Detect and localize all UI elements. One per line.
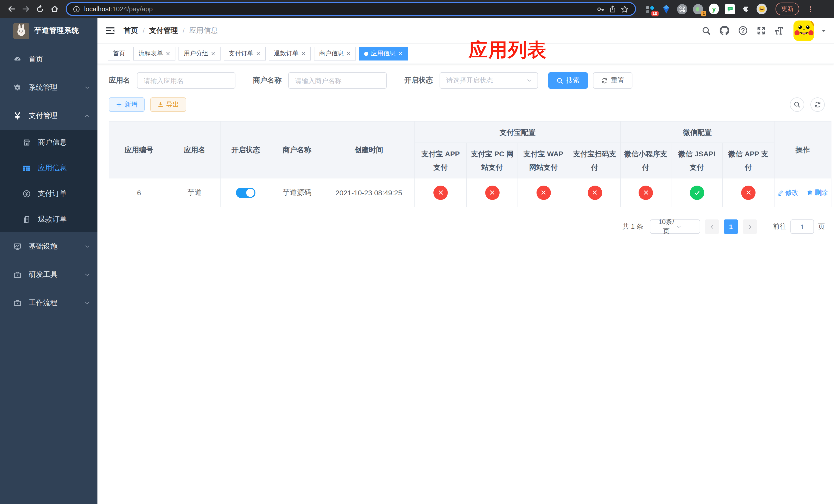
page-size-select[interactable]: 10条/页 <box>650 220 700 234</box>
export-button-label: 导出 <box>166 100 179 109</box>
status-select[interactable]: 请选择开启状态 <box>440 72 538 89</box>
arrow-right-icon <box>21 5 30 13</box>
sidebar-item-payment[interactable]: 支付管理 <box>0 101 97 130</box>
cell-merchant: 芋道源码 <box>271 178 323 207</box>
browser-menu-icon[interactable] <box>807 5 814 13</box>
chevron-down-icon <box>84 272 90 278</box>
help-icon[interactable] <box>738 26 748 36</box>
sidebar-item-merchant-info[interactable]: 商户信息 <box>0 130 97 155</box>
refresh-icon <box>814 101 821 108</box>
sidebar-item-refund-orders[interactable]: 退款订单 <box>0 207 97 232</box>
close-icon[interactable] <box>346 51 351 56</box>
app-table: 应用编号 应用名 开启状态 商户名称 创建时间 支付宝配置 微信配置 操作 支付… <box>109 121 831 207</box>
site-info-icon[interactable] <box>73 5 80 13</box>
tab-merchant-info[interactable]: 商户信息 <box>314 47 356 61</box>
extension-chat-icon[interactable] <box>725 4 735 14</box>
fullscreen-icon[interactable] <box>756 26 766 35</box>
home-icon <box>50 5 59 13</box>
status-select-placeholder: 请选择开启状态 <box>446 76 526 85</box>
edit-button-label: 修改 <box>785 188 798 197</box>
github-icon[interactable] <box>720 26 729 36</box>
extension-gem-icon[interactable] <box>661 4 672 14</box>
trash-icon <box>807 189 813 196</box>
close-icon[interactable] <box>301 51 306 56</box>
close-icon[interactable] <box>398 51 403 56</box>
user-avatar[interactable] <box>793 20 814 41</box>
tab-refund-orders[interactable]: 退款订单 <box>269 47 311 61</box>
reset-button[interactable]: 重置 <box>593 72 632 89</box>
merchant-name-input[interactable] <box>288 72 387 89</box>
sidebar-item-dev-tools[interactable]: 研发工具 <box>0 260 97 289</box>
tab-app-info[interactable]: 应用信息 <box>359 47 408 61</box>
search-icon[interactable] <box>702 26 711 35</box>
tab-user-group[interactable]: 用户分组 <box>178 47 221 61</box>
close-icon[interactable] <box>211 51 215 56</box>
dashboard-icon <box>13 55 22 63</box>
browser-forward-button[interactable] <box>20 3 32 15</box>
sidebar-item-pay-orders[interactable]: 支付订单 <box>0 181 97 207</box>
sidebar-item-label: 工作流程 <box>29 298 77 307</box>
close-icon[interactable] <box>166 51 170 56</box>
tab-process-form[interactable]: 流程表单 <box>133 47 175 61</box>
page-content: 应用名 商户名称 开启状态 请选择开启状态 搜索 <box>97 64 834 504</box>
refresh-table-button[interactable] <box>810 97 825 112</box>
sidebar-item-infrastructure[interactable]: 基础设施 <box>0 232 97 260</box>
col-header-alipay-app: 支付宝 APP 支付 <box>415 143 466 178</box>
sidebar-item-system[interactable]: 系统管理 <box>0 73 97 101</box>
app-name-input[interactable] <box>137 72 236 89</box>
browser-back-button[interactable] <box>5 3 18 15</box>
chevron-down-icon <box>84 84 90 91</box>
extensions-puzzle-icon[interactable] <box>741 4 751 14</box>
prev-page-button[interactable] <box>705 220 719 234</box>
share-icon[interactable] <box>609 5 616 13</box>
extension-command-icon[interactable] <box>677 4 687 14</box>
close-icon[interactable] <box>256 51 261 56</box>
extension-recorder-icon[interactable]: 1 <box>693 4 703 14</box>
sidebar-item-workflow[interactable]: 工作流程 <box>0 289 97 317</box>
app-name-label: 应用名 <box>109 76 130 85</box>
edit-button[interactable]: 修改 <box>777 188 798 197</box>
sidebar-collapse-button[interactable] <box>105 25 115 36</box>
gear-icon <box>13 83 22 92</box>
sidebar-item-label: 应用信息 <box>38 164 90 173</box>
search-icon <box>793 101 801 108</box>
add-button[interactable]: 新增 <box>109 97 145 112</box>
app-logo[interactable]: 芋道管理系统 <box>0 18 97 44</box>
col-header-wechat-mini: 微信小程序支付 <box>620 143 671 178</box>
delete-button[interactable]: 删除 <box>807 188 828 197</box>
search-button[interactable]: 搜索 <box>548 72 588 89</box>
enabled-switch[interactable] <box>236 187 256 198</box>
search-button-label: 搜索 <box>566 76 579 85</box>
browser-home-button[interactable] <box>48 3 61 15</box>
alipay-pc-status-icon <box>485 185 499 200</box>
next-page-button[interactable] <box>743 220 757 234</box>
cell-app-id: 6 <box>109 178 169 207</box>
cell-app-name: 芋道 <box>169 178 220 207</box>
goto-page-input[interactable] <box>790 220 814 234</box>
extension-yudao-icon[interactable]: y <box>709 4 719 14</box>
breadcrumb-separator: / <box>182 26 185 35</box>
address-bar[interactable]: localhost:1024/pay/app <box>66 2 636 16</box>
password-key-icon[interactable] <box>596 5 605 13</box>
page-number-button[interactable]: 1 <box>724 220 738 234</box>
yen-circle-icon <box>23 190 31 198</box>
breadcrumb-payment[interactable]: 支付管理 <box>149 26 178 35</box>
browser-reload-button[interactable] <box>34 3 46 15</box>
extension-blocks-icon[interactable]: 10 <box>645 4 656 14</box>
sidebar-item-app-info[interactable]: 应用信息 <box>0 155 97 181</box>
refresh-icon <box>601 77 608 84</box>
browser-update-button[interactable]: 更新 <box>775 3 799 15</box>
avatar-caret-icon[interactable] <box>821 27 827 33</box>
tab-home[interactable]: 首页 <box>108 47 130 61</box>
payment-submenu: 商户信息 应用信息 支付订单 退款订单 <box>0 130 97 232</box>
text-size-icon[interactable] <box>774 26 785 35</box>
bookmark-star-icon[interactable] <box>621 5 629 13</box>
breadcrumb-home[interactable]: 首页 <box>124 26 138 35</box>
sidebar-item-home[interactable]: 首页 <box>0 45 97 73</box>
export-button[interactable]: 导出 <box>150 97 186 112</box>
breadcrumb-current: 应用信息 <box>189 26 218 35</box>
profile-avatar-icon[interactable] <box>756 4 767 14</box>
tab-pay-orders[interactable]: 支付订单 <box>224 47 266 61</box>
col-header-app-name: 应用名 <box>169 121 220 178</box>
toggle-search-button[interactable] <box>790 97 804 112</box>
